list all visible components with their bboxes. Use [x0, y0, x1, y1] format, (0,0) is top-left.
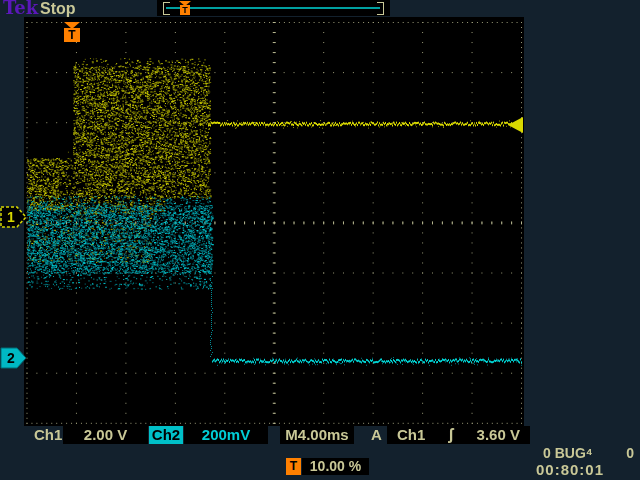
ch1-scale-readout: 2.00 V — [63, 426, 148, 444]
trigger-source-label: Ch1 — [397, 426, 425, 444]
counter-line: 0 BUG⁴ 0 — [543, 446, 634, 461]
tek-logo: Tek — [3, 0, 38, 16]
trigger-level-arrow-icon — [505, 116, 525, 134]
ch2-scale-readout: 200mV — [184, 426, 268, 444]
trigger-readout: Ch1 ʃ 3.60 V — [387, 426, 530, 444]
trigger-position-flag-icon: T — [64, 28, 80, 42]
ch1-label: Ch1 — [34, 426, 62, 444]
ch1-ground-marker: 1 — [0, 205, 28, 229]
waveform-display — [0, 0, 640, 480]
trigger-position-chip-icon: T — [286, 458, 301, 475]
clock-readout: 00:80:01 — [536, 461, 604, 479]
trigger-position-readout: 10.00 % — [302, 458, 369, 475]
ch2-ground-marker: 2 — [0, 346, 28, 370]
counter-left-readout: 0 BUG⁴ — [543, 446, 593, 461]
record-line — [166, 7, 380, 9]
record-trigger-flag-icon: T — [180, 5, 190, 15]
timebase-readout: M4.00ms — [280, 426, 354, 444]
ch2-marker-label: 2 — [7, 350, 15, 366]
counter-right-readout: 0 — [626, 446, 634, 461]
acquisition-label: A — [371, 426, 382, 444]
ch1-marker-label: 1 — [7, 209, 15, 225]
acquisition-status: Stop — [40, 0, 76, 18]
ch2-label: Ch2 — [149, 426, 183, 444]
rising-edge-icon: ʃ — [448, 426, 453, 444]
trigger-level-readout: 3.60 V — [477, 426, 520, 444]
oscilloscope-screen: Tek Stop T T 1 2 Ch1 2.00 V Ch2 200mV M4… — [0, 0, 640, 480]
